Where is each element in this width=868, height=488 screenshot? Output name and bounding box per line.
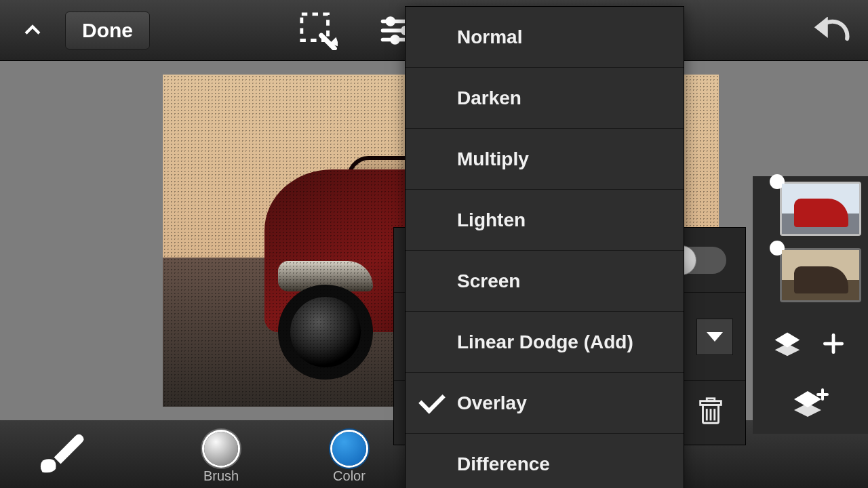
- blend-mode-screen[interactable]: Screen: [406, 251, 684, 312]
- blend-mode-menu: Normal Darken Multiply Lighten Screen Li…: [405, 6, 684, 488]
- selection-edit-icon[interactable]: [298, 11, 338, 50]
- color-label: Color: [333, 468, 366, 484]
- add-layer-icon[interactable]: [765, 381, 856, 426]
- done-button[interactable]: Done: [65, 12, 150, 49]
- brush-swatch-icon: [204, 432, 238, 466]
- svg-rect-12: [707, 399, 715, 401]
- brush-tool-icon[interactable]: [33, 424, 85, 480]
- top-tools-group: [298, 0, 418, 61]
- brush-picker[interactable]: Brush: [203, 432, 239, 484]
- blend-mode-linear-dodge[interactable]: Linear Dodge (Add): [406, 312, 684, 373]
- brush-label: Brush: [203, 468, 239, 484]
- chevron-down-icon: [707, 332, 723, 342]
- blend-mode-multiply[interactable]: Multiply: [406, 129, 684, 190]
- collapse-up-button[interactable]: [12, 10, 53, 51]
- svg-point-6: [392, 37, 398, 43]
- layer-thumbnail-2[interactable]: [780, 248, 861, 302]
- blend-mode-normal[interactable]: Normal: [406, 7, 684, 68]
- layer-thumbnail-1[interactable]: [780, 182, 861, 236]
- layers-panel: [753, 176, 868, 434]
- blend-mode-dropdown-button[interactable]: [696, 319, 733, 355]
- trash-icon[interactable]: [695, 396, 726, 430]
- undo-button[interactable]: [807, 0, 854, 61]
- layers-icon[interactable]: [765, 321, 810, 366]
- svg-point-2: [387, 18, 393, 24]
- blend-mode-darken[interactable]: Darken: [406, 68, 684, 129]
- color-picker[interactable]: Color: [332, 432, 366, 484]
- blend-mode-overlay[interactable]: Overlay: [406, 373, 684, 434]
- layers-actions-2: [760, 381, 861, 428]
- color-swatch-icon: [332, 432, 366, 466]
- layer-preview-icon: [782, 184, 859, 234]
- layers-actions: [760, 314, 861, 369]
- blend-mode-lighten[interactable]: Lighten: [406, 190, 684, 251]
- blend-mode-difference[interactable]: Difference: [406, 434, 684, 488]
- layer-preview-icon: [782, 250, 859, 300]
- add-button[interactable]: [811, 321, 856, 366]
